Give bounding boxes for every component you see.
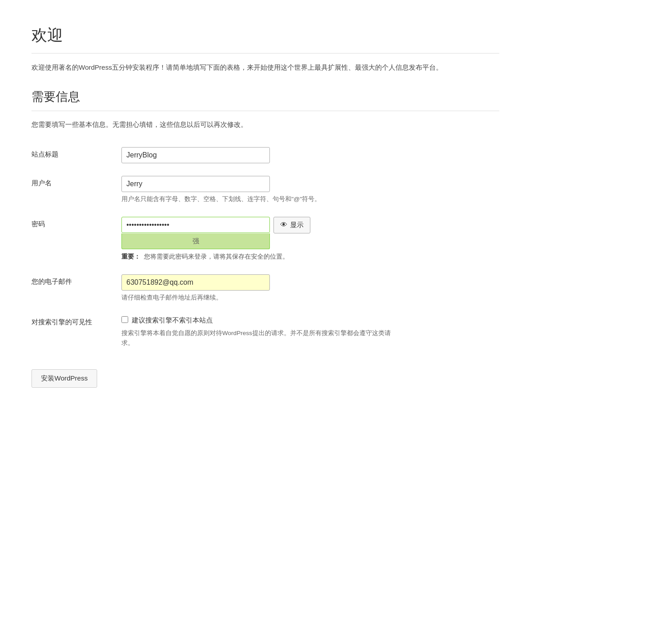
email-label: 您的电子邮件 xyxy=(31,270,121,311)
site-title-label: 站点标题 xyxy=(31,143,121,171)
important-keyword: 重要： xyxy=(121,253,140,260)
password-hint-text: 您将需要此密码来登录，请将其保存在安全的位置。 xyxy=(144,253,289,260)
visibility-checkbox-label[interactable]: 建议搜索引擎不索引本站点 xyxy=(132,315,213,326)
page-container: 欢迎 欢迎使用著名的WordPress五分钟安装程序！请简单地填写下面的表格，来… xyxy=(18,13,513,397)
password-row: 密码 👁 显示 强 重要： 您将需要此密码来登录，请将其保存在 xyxy=(31,212,499,270)
username-field: 用户名只能含有字母、数字、空格、下划线、连字符、句号和"@"符号。 xyxy=(121,171,499,212)
section-desc: 您需要填写一些基本信息。无需担心填错，这些信息以后可以再次修改。 xyxy=(31,119,499,130)
username-input[interactable] xyxy=(121,176,270,192)
password-field: 👁 显示 强 重要： 您将需要此密码来登录，请将其保存在安全的位置。 xyxy=(121,212,499,270)
password-input-row: 👁 显示 xyxy=(121,217,499,233)
email-field: 请仔细检查电子邮件地址后再继续。 xyxy=(121,270,499,311)
visibility-field: 建议搜索引擎不索引本站点 搜索引擎将本着自觉自愿的原则对待WordPress提出… xyxy=(121,310,499,356)
site-title-field xyxy=(121,143,499,171)
password-strength-bar: 强 xyxy=(121,233,270,249)
section-divider xyxy=(31,111,499,111)
visibility-row: 对搜索引擎的可见性 建议搜索引擎不索引本站点 搜索引擎将本着自觉自愿的原则对待W… xyxy=(31,310,499,356)
visibility-checkbox-row: 建议搜索引擎不索引本站点 xyxy=(121,315,499,326)
welcome-text: 欢迎使用著名的WordPress五分钟安装程序！请简单地填写下面的表格，来开始使… xyxy=(31,62,499,73)
email-hint: 请仔细检查电子邮件地址后再继续。 xyxy=(121,293,499,303)
eye-icon: 👁 xyxy=(280,221,287,229)
username-hint: 用户名只能含有字母、数字、空格、下划线、连字符、句号和"@"符号。 xyxy=(121,194,499,204)
form-table: 站点标题 用户名 用户名只能含有字母、数字、空格、下划线、连字符、句号和"@"符… xyxy=(31,143,499,356)
visibility-desc: 搜索引擎将本着自觉自愿的原则对待WordPress提出的请求。并不是所有搜索引擎… xyxy=(121,328,391,348)
install-wordpress-button[interactable]: 安装WordPress xyxy=(31,369,97,388)
title-divider xyxy=(31,53,499,54)
email-row: 您的电子邮件 请仔细检查电子邮件地址后再继续。 xyxy=(31,270,499,311)
visibility-label: 对搜索引擎的可见性 xyxy=(31,310,121,356)
site-title-row: 站点标题 xyxy=(31,143,499,171)
show-label: 显示 xyxy=(290,221,304,229)
username-row: 用户名 用户名只能含有字母、数字、空格、下划线、连字符、句号和"@"符号。 xyxy=(31,171,499,212)
section-title: 需要信息 xyxy=(31,87,499,107)
email-input[interactable] xyxy=(121,274,270,291)
show-password-button[interactable]: 👁 显示 xyxy=(273,217,310,233)
username-label: 用户名 xyxy=(31,171,121,212)
strength-label: 强 xyxy=(193,237,199,245)
visibility-checkbox[interactable] xyxy=(121,316,128,323)
site-title-input[interactable] xyxy=(121,147,270,163)
welcome-title: 欢迎 xyxy=(31,22,499,48)
password-label: 密码 xyxy=(31,212,121,270)
password-input[interactable] xyxy=(121,217,270,233)
password-hint: 重要： 您将需要此密码来登录，请将其保存在安全的位置。 xyxy=(121,252,499,262)
